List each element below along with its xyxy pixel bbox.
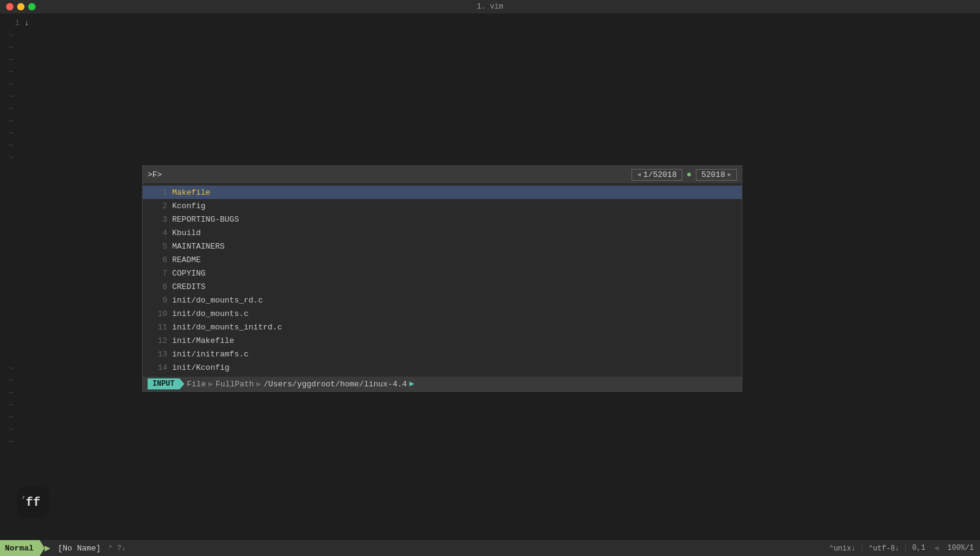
tilde-9: ~ [0, 127, 13, 140]
fzf-item-11[interactable]: 11 init/do_mounts_initrd.c [143, 320, 742, 334]
editor-line-1: ↓ [24, 17, 29, 29]
fzf-breadcrumb: File ▶ FullPath ▶ /Users/yggdroot/home/l… [187, 379, 414, 389]
window-controls [6, 3, 36, 10]
tilde-b3: ~ [0, 387, 13, 399]
status-flags-value: ⌃ ?↓ [108, 544, 126, 553]
fzf-item-1[interactable]: 1 Makefile [143, 186, 742, 199]
tilde-b6: ~ [0, 424, 13, 436]
close-button[interactable] [6, 3, 13, 10]
ff-comma: , [21, 490, 26, 500]
item-name-5: MAINTAINERS [172, 242, 225, 251]
fzf-popup[interactable]: >F> 1/52018 52018 1 Makefile 2 Kconfig 3… [142, 165, 742, 392]
fzf-path: /Users/yggdroot/home/linux-4.4 [263, 380, 407, 389]
item-name-8: CREDITS [172, 282, 206, 291]
status-fileformat: ⌃unix↓ [823, 544, 862, 553]
item-name-14: init/Kconfig [172, 363, 230, 372]
tilde-11: ~ [0, 152, 13, 164]
editor-container: 1 ↓ ~ ~ ~ ~ ~ ~ ~ ~ ~ ~ ~ >F> 1/52018 [0, 13, 980, 540]
fzf-item-10[interactable]: 10 init/do_mounts.c [143, 307, 742, 320]
fzf-counter-area: 1/52018 52018 [631, 169, 737, 181]
tilde-b4: ~ [0, 399, 13, 411]
fzf-item-7[interactable]: 7 COPYING [143, 266, 742, 280]
item-num-14: 14 [150, 363, 167, 372]
fzf-item-14[interactable]: 14 init/Kconfig [143, 361, 742, 374]
statusbar: Normal ▶ [No Name] ⌃ ?↓ ⌃unix↓ ⌃utf-8↓ 0… [0, 540, 980, 556]
ff-logo: , ff [17, 486, 49, 518]
item-num-6: 6 [150, 255, 167, 265]
minimize-button[interactable] [17, 3, 24, 10]
item-num-1: 1 [150, 188, 167, 197]
tilde-2: ~ [0, 42, 13, 54]
tilde-1: ~ [0, 29, 13, 42]
status-right: ⌃unix↓ ⌃utf-8↓ 0,1 ◀ 100%/1 [823, 543, 980, 553]
tilde-b2: ~ [0, 375, 13, 387]
fzf-list: 1 Makefile 2 Kconfig 3 REPORTING-BUGS 4 … [143, 183, 742, 377]
cursor-indicator: ↓ [24, 18, 29, 28]
fzf-item-4[interactable]: 4 Kbuild [143, 226, 742, 239]
tilde-5: ~ [0, 78, 13, 91]
status-percent: 100%/1 [941, 544, 980, 552]
tilde-7: ~ [0, 103, 13, 115]
titlebar: 1. vim [0, 0, 980, 13]
fzf-counter-left: 1/52018 [631, 169, 682, 181]
fzf-path-end-icon [409, 381, 414, 386]
fzf-counter-left-value: 1/52018 [643, 170, 677, 179]
fzf-breadcrumb-1: File [187, 380, 206, 389]
fzf-header: >F> 1/52018 52018 [143, 166, 742, 183]
tilde-3: ~ [0, 54, 13, 66]
fzf-item-12[interactable]: 12 init/Makefile [143, 334, 742, 347]
fzf-mode-label: INPUT [148, 378, 184, 389]
item-name-4: Kbuild [172, 228, 201, 238]
fzf-sep-1: ▶ [208, 379, 213, 389]
tilde-lines-top: ~ ~ ~ ~ ~ ~ ~ ~ ~ ~ ~ [0, 29, 13, 164]
fzf-item-5[interactable]: 5 MAINTAINERS [143, 239, 742, 253]
status-mode-arrow: ▶ [45, 542, 51, 554]
fzf-counter-right-value: 52018 [701, 170, 725, 179]
status-position: 0,1 [906, 544, 932, 552]
item-num-4: 4 [150, 228, 167, 238]
editor-content[interactable]: ↓ [24, 13, 29, 29]
tilde-b1: ~ [0, 363, 13, 375]
item-name-2: Kconfig [172, 201, 206, 211]
item-name-12: init/Makefile [172, 336, 234, 345]
fzf-item-9[interactable]: 9 init/do_mounts_rd.c [143, 293, 742, 307]
item-name-7: COPYING [172, 269, 206, 278]
item-num-3: 3 [150, 215, 167, 224]
item-name-11: init/do_mounts_initrd.c [172, 323, 282, 332]
line-number-1: 1 [0, 17, 24, 29]
fzf-sep-2: ▶ [256, 379, 261, 389]
fzf-item-3[interactable]: 3 REPORTING-BUGS [143, 212, 742, 226]
item-num-5: 5 [150, 242, 167, 251]
status-flags: ⌃ ?↓ [108, 544, 126, 553]
item-num-12: 12 [150, 336, 167, 345]
item-num-13: 13 [150, 350, 167, 359]
tilde-8: ~ [0, 115, 13, 127]
status-mode: Normal [0, 540, 45, 556]
tilde-lines-bottom: ~ ~ ~ ~ ~ ~ ~ [0, 363, 13, 448]
item-num-9: 9 [150, 296, 167, 305]
tilde-b5: ~ [0, 411, 13, 424]
item-name-6: README [172, 255, 201, 265]
fzf-item-8[interactable]: 8 CREDITS [143, 280, 742, 293]
item-num-10: 10 [150, 309, 167, 318]
item-name-13: init/initramfs.c [172, 350, 249, 359]
status-divider: ◀ [932, 543, 941, 553]
fzf-status-bar: INPUT File ▶ FullPath ▶ /Users/yggdroot/… [143, 377, 742, 391]
fzf-item-13[interactable]: 13 init/initramfs.c [143, 347, 742, 361]
item-num-7: 7 [150, 269, 167, 278]
ff-letters: ff [26, 495, 40, 509]
item-name-1: Makefile [172, 188, 210, 197]
tilde-4: ~ [0, 66, 13, 78]
status-encoding: ⌃utf-8↓ [862, 544, 906, 553]
item-num-11: 11 [150, 323, 167, 332]
fzf-breadcrumb-2: FullPath [216, 380, 254, 389]
tilde-10: ~ [0, 140, 13, 152]
status-filename: [No Name] [53, 544, 105, 553]
fzf-item-2[interactable]: 2 Kconfig [143, 199, 742, 212]
fzf-prompt[interactable]: >F> [148, 170, 162, 179]
fzf-item-6[interactable]: 6 README [143, 253, 742, 266]
tilde-6: ~ [0, 91, 13, 103]
item-num-8: 8 [150, 282, 167, 291]
maximize-button[interactable] [28, 3, 36, 10]
tilde-b7: ~ [0, 436, 13, 448]
